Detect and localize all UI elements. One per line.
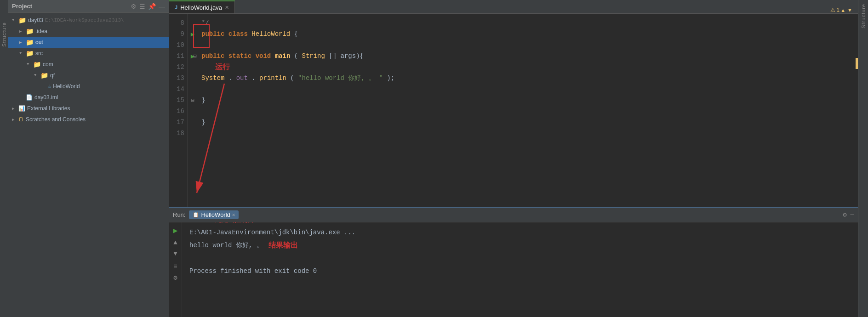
run-annotation-label: 运行 — [215, 63, 230, 71]
editor-tabs-bar: J HelloWorld.java ✕ ⚠ 1 ▲ ▼ — [169, 0, 858, 14]
tree-item-com[interactable]: ▼ 📁 com — [8, 59, 169, 70]
tree-item-day03iml[interactable]: 📄 day03.iml — [8, 92, 169, 103]
run-panel: Run: 📋 HelloWorld ✕ ⚙ — ▶ ▲ ▼ ≡ — [169, 207, 858, 317]
tree-item-src[interactable]: ▼ 📁 src — [8, 48, 169, 59]
line-num-18: 18 — [169, 128, 184, 139]
gutter-line-18 — [188, 128, 198, 139]
run-label: Run: — [173, 211, 185, 218]
code-line-16 — [201, 106, 851, 117]
run-settings-icon[interactable]: ⚙ — [843, 211, 846, 219]
run-play-button[interactable]: ▶ — [173, 226, 178, 235]
tree-item-external[interactable]: ▶ 📊 External Libraries — [8, 103, 169, 114]
project-tree: ▼ 📁 day03 E:\IDEA-WorkSpaceJava2313\ ▶ 📁… — [8, 13, 169, 317]
tree-item-out[interactable]: ▶ 📁 out — [8, 37, 169, 48]
gutter-fold-11[interactable]: ⊟ — [192, 51, 198, 62]
folder-icon-qf: 📁 — [40, 72, 48, 79]
java-icon-helloworld: ☕ — [48, 83, 51, 90]
tree-label-iml: day03.iml — [34, 94, 58, 101]
warning-indicator: ⚠ 1 ▲ ▼ — [830, 6, 858, 13]
code-line-12: 运行 — [201, 62, 851, 73]
tab-label-helloworld: HelloWorld.java — [180, 4, 222, 11]
code-line-11: public static void main ( String [] args… — [201, 51, 851, 62]
output-line-4: Process finished with exit code 0 — [189, 265, 851, 277]
tree-item-qf[interactable]: ▼ 📁 qf — [8, 70, 169, 81]
expand-arrow-warning[interactable]: ▲ — [840, 7, 845, 13]
project-panel: Project ⚙ ☰ 📌 — ▼ 📁 day03 E:\IDEA-WorkSp… — [8, 0, 169, 317]
folder-icon-day03: 📁 — [18, 17, 26, 24]
output-line-1: E:\A01-JavaEnvironment\jdk\bin\java.exe … — [189, 226, 851, 239]
output-line-2: hello world 你好, 。 结果输出 — [189, 239, 851, 252]
run-tab-close-icon[interactable]: ✕ — [232, 212, 235, 218]
code-line-10 — [201, 40, 851, 51]
gutter-run-9[interactable]: ▶ — [188, 28, 198, 40]
run-list-icon[interactable]: ≡ — [173, 263, 177, 270]
warning-next[interactable]: ▼ — [847, 7, 852, 13]
code-line-8: */ — [201, 17, 851, 28]
right-structure-sidebar[interactable]: Structure — [858, 0, 868, 317]
console-annotation: 此处叫控制台 — [215, 222, 254, 226]
line-num-12: 12 — [169, 62, 184, 73]
gutter-line-10 — [188, 40, 198, 51]
run-minimize-icon[interactable]: — — [851, 211, 854, 219]
run-content-area: ▶ ▲ ▼ ≡ ⚙ 此处叫控制台 E:\A01-JavaEnvironment\… — [169, 222, 858, 317]
tree-item-idea[interactable]: ▶ 📁 .idea — [8, 26, 169, 37]
java-tab-icon: J — [175, 5, 177, 10]
line-num-11: 11 — [169, 51, 184, 62]
code-line-9: public class HelloWorld { — [201, 28, 851, 40]
run-side-buttons: ▶ ▲ ▼ ≡ ⚙ — [169, 222, 182, 317]
right-structure-label: Structure — [861, 4, 866, 28]
gutter-line-12 — [188, 62, 198, 73]
tree-label-external: External Libraries — [27, 105, 70, 112]
line-num-15: 15 — [169, 95, 184, 106]
tab-close-icon[interactable]: ✕ — [225, 5, 229, 11]
code-line-14 — [201, 84, 851, 95]
run-scroll-down-button[interactable]: ▼ — [173, 250, 177, 257]
expand-arrow-scratches: ▶ — [12, 117, 17, 122]
tree-label-day03: day03 — [28, 17, 43, 23]
folder-icon-com: 📁 — [33, 61, 41, 68]
structure-label: Structure — [1, 22, 7, 47]
folder-icon-out: 📁 — [26, 39, 34, 46]
code-content[interactable]: */ public class HelloWorld { public — [198, 14, 858, 207]
gutter-line-17 — [188, 117, 198, 128]
run-settings-side-icon[interactable]: ⚙ — [173, 274, 177, 282]
run-tab-helloworld[interactable]: 📋 HelloWorld ✕ — [189, 210, 239, 219]
folder-icon-idea: 📁 — [26, 28, 34, 35]
editor-tab-helloworld[interactable]: J HelloWorld.java ✕ — [169, 0, 235, 13]
tree-label-idea: .idea — [35, 28, 47, 34]
scratch-icon: 🗒 — [18, 116, 24, 123]
code-line-18 — [201, 128, 851, 139]
gutter-line-14 — [188, 84, 198, 95]
code-line-13: System . out . println ( "hello world 你好… — [201, 73, 851, 84]
gutter-line-16 — [188, 106, 198, 117]
expand-arrow-com: ▼ — [27, 62, 32, 67]
expand-arrow-qf: ▼ — [34, 73, 40, 78]
editor-main: J HelloWorld.java ✕ ⚠ 1 ▲ ▼ 8 9 10 11 12… — [169, 0, 858, 317]
expand-arrow-day03: ▼ — [12, 18, 17, 23]
yellow-warning-bar — [856, 58, 858, 69]
settings-icon[interactable]: ⚙ — [131, 3, 137, 10]
run-scroll-up-button[interactable]: ▲ — [173, 239, 177, 246]
tree-label-out: out — [35, 39, 43, 45]
gutter-line-13 — [188, 73, 198, 84]
project-header-title: Project — [12, 3, 32, 10]
folder-icon-src: 📁 — [26, 50, 34, 57]
expand-arrow-idea: ▶ — [19, 29, 25, 34]
minus-icon[interactable]: — — [159, 3, 165, 10]
layout-icon[interactable]: ☰ — [139, 3, 145, 10]
tree-item-scratches[interactable]: ▶ 🗒 Scratches and Consoles — [8, 114, 169, 125]
tree-item-helloworld[interactable]: ☕ HelloWorld — [8, 81, 169, 92]
code-line-15: } — [201, 95, 851, 106]
tree-item-day03[interactable]: ▼ 📁 day03 E:\IDEA-WorkSpaceJava2313\ — [8, 15, 169, 26]
expand-arrow-external: ▶ — [12, 106, 17, 111]
tree-path-day03: E:\IDEA-WorkSpaceJava2313\ — [45, 17, 124, 23]
pin-icon[interactable]: 📌 — [148, 3, 156, 10]
gutter-fold-15[interactable]: ⊟ — [188, 95, 198, 106]
warning-triangle-icon: ⚠ — [830, 7, 835, 13]
line-num-14: 14 — [169, 84, 184, 95]
line-num-9: 9 — [169, 28, 184, 40]
code-line-17: } — [201, 117, 851, 128]
left-structure-tab[interactable]: Structure — [0, 0, 8, 317]
code-editor: 8 9 10 11 12 13 14 15 16 17 18 ▶ ▶ ⊟ — [169, 14, 858, 207]
line-num-17: 17 — [169, 117, 184, 128]
